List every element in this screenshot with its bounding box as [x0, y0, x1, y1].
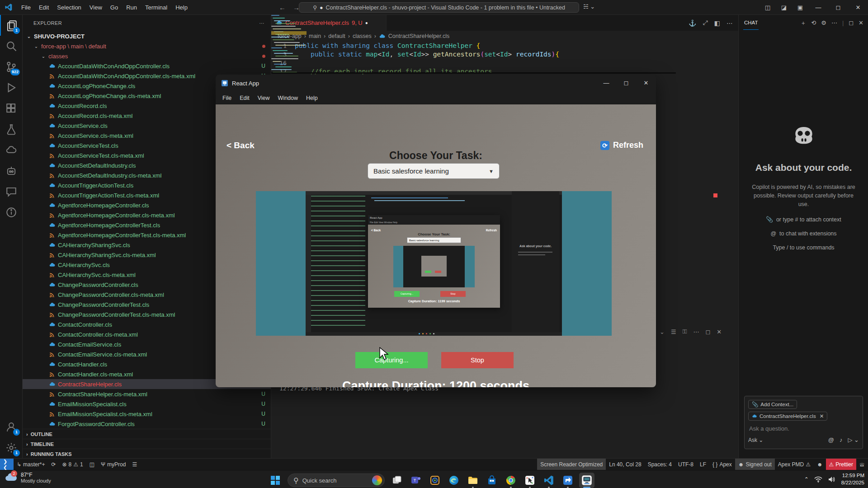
statusbar-screen-reader[interactable]: Screen Reader Optimized [537, 459, 606, 470]
copilot-menu-icon[interactable]: ☵ ⌄ [583, 3, 595, 10]
statusbar-remote[interactable]: ❯❮ [0, 459, 14, 470]
section-running-tasks[interactable]: ›RUNNING TASKS [23, 449, 271, 458]
menu-view[interactable]: View [85, 0, 106, 15]
statusbar-copilot-status[interactable]: ☻Signed out [735, 459, 775, 470]
react-menu-view[interactable]: View [254, 95, 274, 101]
clock-widget[interactable]: 12:59 PM 8/22/2025 [841, 472, 864, 486]
close-button[interactable]: ✕ [848, 0, 868, 15]
taskbar-app-remote-share[interactable] [560, 473, 576, 488]
file-row[interactable]: ContractShareHelper.cls-meta.xmlU [23, 389, 271, 399]
capturing-button[interactable]: Capturing... [355, 352, 428, 368]
section-outline[interactable]: ›OUTLINE [23, 429, 271, 439]
taskbar-app-taskpro-app[interactable] [579, 473, 594, 488]
nav-back-icon[interactable]: ← [275, 4, 289, 11]
react-menu-window[interactable]: Window [274, 95, 302, 101]
menu-run[interactable]: Run [122, 0, 141, 15]
taskbar-app-taskpro-tool[interactable] [522, 473, 538, 488]
statusbar-eol[interactable]: LF [697, 459, 709, 470]
new-chat-icon[interactable]: ＋ [800, 19, 806, 27]
chat-question-input[interactable]: Ask a question. [749, 425, 859, 432]
breadcrumb-item[interactable]: ContractShareHelper.cls [388, 33, 449, 39]
customize-layout-icon[interactable]: ▣ [792, 4, 808, 11]
taskbar-app-store[interactable] [484, 473, 500, 488]
react-menu-file[interactable]: File [218, 95, 236, 101]
file-row[interactable]: EmailMissionSpecialist.clsU [23, 399, 271, 409]
weather-widget[interactable]: 2 87°F Mostly cloudy [5, 472, 51, 483]
react-maximize-button[interactable]: ◻ [616, 75, 636, 92]
statusbar-lines[interactable]: ☰ [129, 459, 140, 470]
activitybar-settings[interactable]: 1 [0, 437, 23, 458]
wifi-icon[interactable] [814, 476, 822, 483]
statusbar-sync[interactable]: ⟳ [48, 459, 59, 470]
activitybar-explorer[interactable]: 1 [0, 15, 23, 36]
menu-terminal[interactable]: Terminal [141, 0, 171, 15]
microphone-icon[interactable]: ♪ [840, 436, 843, 443]
taskbar-app-task-view[interactable] [389, 473, 405, 488]
chat-mode-dropdown[interactable]: Ask ⌄ [748, 437, 763, 443]
menu-file[interactable]: File [17, 0, 35, 15]
chat-input-container[interactable]: 📎 Add Context... ContractShareHelper.cls… [744, 396, 863, 449]
statusbar-editor-layout[interactable]: ◫ [86, 459, 98, 470]
activitybar-agentforce[interactable] [0, 160, 23, 181]
react-minimize-button[interactable]: — [596, 75, 616, 92]
panel-lock-icon[interactable]: ⚿ [683, 328, 687, 335]
expand-chat-icon[interactable]: ◻ [849, 19, 854, 26]
file-row[interactable]: ForgotPasswordController.clsU [23, 419, 271, 429]
panel-close-icon[interactable]: ✕ [717, 328, 722, 335]
taskbar-app-photos[interactable] [427, 473, 443, 488]
statusbar-org[interactable]: ΨmyProd [98, 459, 129, 470]
breadcrumb-item[interactable]: classes [353, 33, 372, 39]
menu-edit[interactable]: Edit [35, 0, 53, 15]
tree-folder-force-app[interactable]: ⌄ force-app \ main \ default [23, 41, 271, 51]
activitybar-info[interactable] [0, 202, 23, 223]
send-icon[interactable]: ▷ ⌄ [848, 436, 859, 443]
activitybar-run-and-debug[interactable] [0, 77, 23, 98]
activitybar-source-control[interactable]: 922 [0, 56, 23, 77]
task-dropdown[interactable]: Basic salesforce learning ▼ [368, 163, 500, 179]
run-tests-icon[interactable]: ⚓ [689, 19, 696, 27]
activitybar-feedback[interactable] [0, 181, 23, 202]
section-timeline[interactable]: ›TIMELINE [23, 439, 271, 449]
attached-file-chip[interactable]: ContractShareHelper.cls ✕ [748, 412, 827, 421]
statusbar-cursor-position[interactable]: Ln 40, Col 28 [606, 459, 644, 470]
code-area[interactable]: 1public with sharing class ContractShare… [271, 42, 669, 76]
quick-search-input[interactable]: ⚲ Quick search [288, 474, 385, 487]
menu-selection[interactable]: Selection [53, 0, 85, 15]
chat-more-icon[interactable]: ⋯ [831, 19, 837, 26]
tree-folder-classes[interactable]: ⌄ classes [23, 51, 271, 61]
taskbar-app-chrome[interactable] [503, 473, 519, 488]
tab-chat[interactable]: CHAT [743, 16, 759, 30]
statusbar-indentation[interactable]: Spaces: 4 [645, 459, 675, 470]
gear-icon[interactable]: ⚙ [821, 19, 826, 26]
statusbar-encoding[interactable]: UTF-8 [675, 459, 697, 470]
editor-more-icon[interactable]: ⋯ [726, 19, 733, 27]
maximize-button[interactable]: ◻ [828, 0, 848, 15]
react-menu-edit[interactable]: Edit [236, 95, 254, 101]
close-chat-icon[interactable]: ✕ [859, 19, 863, 26]
activitybar-search[interactable] [0, 36, 23, 56]
react-app-titlebar[interactable]: React App — ◻ ✕ [216, 75, 656, 92]
volume-icon[interactable] [828, 476, 836, 483]
statusbar-notifications[interactable]: 🛎 [856, 459, 868, 470]
refresh-button[interactable]: ⟳ Refresh [600, 141, 643, 150]
tray-chevron-icon[interactable]: ⌃ [804, 476, 809, 483]
split-editor-icon[interactable]: ◧ [714, 19, 720, 27]
taskbar-app-file-explorer[interactable] [465, 473, 481, 488]
statusbar-prettier[interactable]: ⚠Prettier [826, 459, 856, 470]
activitybar-accounts[interactable]: 1 [0, 417, 23, 437]
menu-go[interactable]: Go [106, 0, 122, 15]
statusbar-robot[interactable]: ☻ [814, 459, 826, 470]
tree-root-shuvo-project[interactable]: ⌄ SHUVO-PROJECT [23, 31, 271, 41]
panel-caret-icon[interactable]: ⌄ [660, 328, 665, 335]
remove-attachment-icon[interactable]: ✕ [820, 413, 824, 419]
panel-expand-icon[interactable]: ◻ [705, 328, 710, 335]
breadcrumb[interactable]: force-app›main›default›classes›ContractS… [271, 31, 738, 42]
taskbar-app-teams[interactable]: T [408, 473, 424, 488]
react-close-button[interactable]: ✕ [636, 75, 656, 92]
menu-help[interactable]: Help [171, 0, 192, 15]
breadcrumb-item[interactable]: default [328, 33, 345, 39]
statusbar-problems[interactable]: ⊗8⚠1 [59, 459, 86, 470]
open-changes-icon[interactable]: ⤢ [703, 19, 708, 27]
activitybar-testing[interactable] [0, 119, 23, 140]
taskbar-app-edge[interactable] [446, 473, 462, 488]
